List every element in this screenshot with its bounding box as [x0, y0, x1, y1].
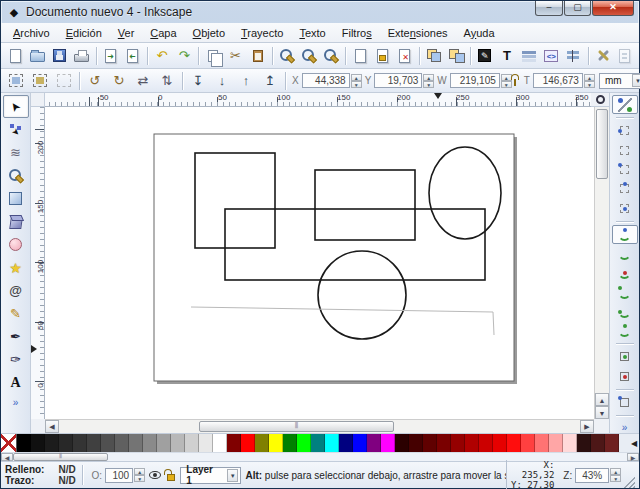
- snap-bbox-corners-button[interactable]: [612, 160, 638, 179]
- color-swatch[interactable]: [255, 434, 269, 452]
- x-field[interactable]: 44,338 ▲▼: [302, 73, 362, 88]
- menu-extensiones[interactable]: Extensiones: [380, 25, 456, 41]
- color-swatch[interactable]: [157, 434, 171, 452]
- flip-vertical-button[interactable]: ⇅: [155, 70, 179, 92]
- zoom-selection-button[interactable]: [276, 45, 298, 67]
- snap-rotation-centers-button[interactable]: [612, 367, 638, 386]
- color-swatch[interactable]: [143, 434, 157, 452]
- layer-dropdown-arrow-icon[interactable]: ▼: [227, 469, 239, 482]
- color-swatch[interactable]: [199, 434, 213, 452]
- lock-ratio-icon[interactable]: [514, 79, 516, 86]
- duplicate-button[interactable]: [349, 45, 371, 67]
- new-document-button[interactable]: [4, 45, 26, 67]
- color-swatch[interactable]: [185, 434, 199, 452]
- toolbox-overflow-chevron[interactable]: »: [13, 397, 19, 408]
- snap-paths-button[interactable]: [612, 244, 638, 263]
- ellipse-tool[interactable]: [3, 233, 29, 256]
- resize-grip[interactable]: [624, 476, 635, 488]
- color-swatch[interactable]: [577, 434, 591, 452]
- color-swatch[interactable]: [269, 434, 283, 452]
- group-button[interactable]: [422, 45, 444, 67]
- color-swatch[interactable]: [395, 434, 409, 452]
- snap-bbox-button[interactable]: [612, 121, 638, 140]
- preferences-button[interactable]: [592, 45, 614, 67]
- layer-visibility-icon[interactable]: [149, 471, 161, 479]
- horizontal-scrollbar[interactable]: ◀ ▶: [45, 419, 594, 433]
- unit-select[interactable]: mm ▼: [599, 73, 640, 89]
- text-dialog-button[interactable]: T: [496, 45, 518, 67]
- xml-editor-button[interactable]: <>: [540, 45, 562, 67]
- redo-button[interactable]: ↷: [173, 45, 195, 67]
- y-field[interactable]: 19,703 ▲▼: [374, 73, 434, 88]
- layer-lock-icon[interactable]: [167, 474, 175, 481]
- color-swatch[interactable]: [549, 434, 563, 452]
- color-swatch[interactable]: [437, 434, 451, 452]
- scroll-up-button[interactable]: ▲: [595, 393, 609, 406]
- scroll-left-button[interactable]: ◀: [45, 420, 59, 433]
- snap-bbox-edge-midpoints-button[interactable]: [612, 179, 638, 198]
- layers-dialog-button[interactable]: [518, 45, 540, 67]
- open-document-button[interactable]: [26, 45, 48, 67]
- color-swatch[interactable]: [31, 434, 45, 452]
- color-swatch[interactable]: [521, 434, 535, 452]
- color-swatch[interactable]: [535, 434, 549, 452]
- color-swatch[interactable]: [339, 434, 353, 452]
- color-swatch[interactable]: [451, 434, 465, 452]
- h-spinner[interactable]: ▲▼: [584, 74, 595, 88]
- fill-stroke-indicator[interactable]: Relleno: N/D Trazo: N/D: [5, 464, 76, 486]
- menu-texto[interactable]: Texto: [291, 25, 333, 41]
- snap-nodes-button[interactable]: [612, 225, 638, 244]
- horizontal-ruler[interactable]: -50050100150200250300350: [45, 93, 591, 107]
- box3d-tool[interactable]: [3, 210, 29, 233]
- menu-ver[interactable]: Ver: [110, 25, 143, 41]
- menu-archivo[interactable]: Archivo: [5, 25, 58, 41]
- print-button[interactable]: [71, 45, 93, 67]
- snap-path-intersections-button[interactable]: [612, 263, 638, 282]
- snap-line-midpoints-button[interactable]: [612, 321, 638, 340]
- w-field[interactable]: 219,105 ▲▼: [450, 73, 512, 88]
- zoom-tool[interactable]: [3, 164, 29, 187]
- color-swatch[interactable]: [605, 434, 619, 452]
- color-swatch[interactable]: [507, 434, 521, 452]
- color-swatch[interactable]: [493, 434, 507, 452]
- opacity-spinner[interactable]: ▲▼: [134, 468, 145, 482]
- color-swatch[interactable]: [87, 434, 101, 452]
- zoom-spinner[interactable]: ▲▼: [610, 468, 621, 482]
- fill-stroke-dialog-button[interactable]: ✎: [474, 45, 496, 67]
- raise-button[interactable]: ↑: [234, 70, 258, 92]
- color-swatch[interactable]: [101, 434, 115, 452]
- unlink-clone-button[interactable]: [393, 45, 415, 67]
- deselect-button[interactable]: [52, 70, 76, 92]
- menu-edicin[interactable]: Edición: [58, 25, 110, 41]
- zoom-drawing-button[interactable]: [298, 45, 320, 67]
- scroll-down-button[interactable]: ▼: [595, 406, 609, 419]
- unit-dropdown-arrow-icon[interactable]: ▼: [632, 74, 640, 87]
- palette-scrollbar-thumb[interactable]: [13, 453, 108, 461]
- save-button[interactable]: [48, 45, 70, 67]
- pen-tool[interactable]: ✒: [3, 325, 29, 348]
- title-bar[interactable]: ◆ Documento nuevo 4 - Inkscape – ▢ ✕: [1, 1, 639, 23]
- x-spinner[interactable]: ▲▼: [351, 74, 362, 88]
- ungroup-button[interactable]: [445, 45, 467, 67]
- minimize-button[interactable]: –: [535, 1, 563, 16]
- text-tool[interactable]: A: [3, 371, 29, 394]
- color-swatch[interactable]: [367, 434, 381, 452]
- color-swatch[interactable]: [213, 434, 227, 452]
- tweak-tool[interactable]: ≋: [3, 141, 29, 164]
- zoom-field[interactable]: 43% ▲▼: [575, 468, 621, 483]
- menu-ayuda[interactable]: Ayuda: [456, 25, 503, 41]
- color-swatch[interactable]: [297, 434, 311, 452]
- color-swatch[interactable]: [465, 434, 479, 452]
- pencil-tool[interactable]: ✎: [3, 302, 29, 325]
- color-swatch[interactable]: [563, 434, 577, 452]
- zoom-page-button[interactable]: [320, 45, 342, 67]
- color-swatch[interactable]: [283, 434, 297, 452]
- select-all-layers-button[interactable]: [28, 70, 52, 92]
- snap-smooth-nodes-button[interactable]: [612, 302, 638, 321]
- color-swatch[interactable]: [409, 434, 423, 452]
- y-spinner[interactable]: ▲▼: [423, 74, 434, 88]
- menu-capa[interactable]: Capa: [142, 25, 184, 41]
- menu-objeto[interactable]: Objeto: [185, 25, 233, 41]
- color-swatch[interactable]: [73, 434, 87, 452]
- flip-horizontal-button[interactable]: ⇄: [131, 70, 155, 92]
